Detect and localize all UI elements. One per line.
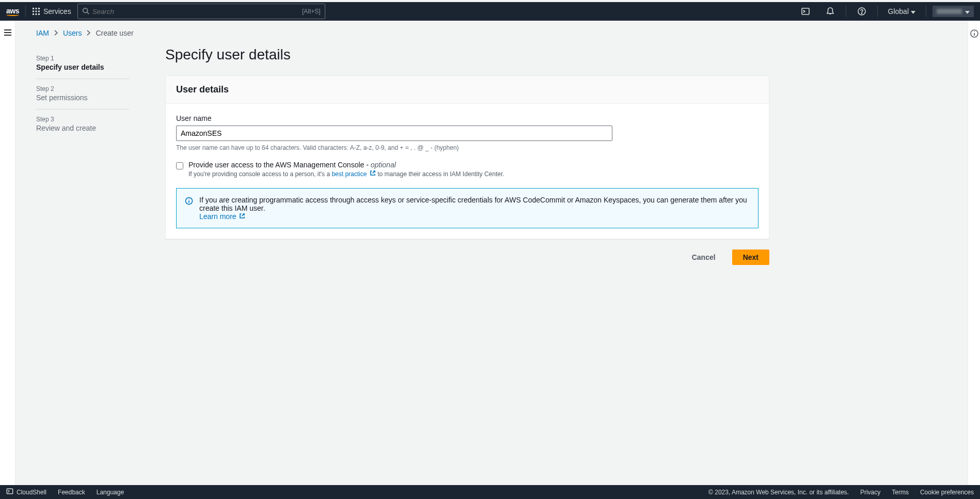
- wizard-actions: Cancel Next: [165, 250, 769, 265]
- best-practice-link[interactable]: best practice: [331, 170, 367, 178]
- divider: [877, 6, 878, 17]
- cloudshell-icon: [6, 488, 13, 496]
- top-nav: aws Services [Alt+S] Global: [0, 0, 980, 21]
- cookie-preferences-link[interactable]: Cookie preferences: [920, 489, 974, 496]
- svg-rect-23: [7, 489, 12, 494]
- caret-down-icon: [911, 7, 915, 15]
- divider: [846, 6, 846, 17]
- svg-point-13: [861, 13, 862, 13]
- step-1[interactable]: Step 1 Specify user details: [36, 49, 129, 79]
- external-link-icon: [370, 170, 376, 178]
- wizard-steps: Step 1 Specify user details Step 2 Set p…: [36, 45, 129, 265]
- divider: [25, 6, 26, 17]
- svg-rect-4: [35, 11, 37, 12]
- username-input[interactable]: [176, 126, 612, 141]
- search-icon: [82, 7, 89, 16]
- account-menu[interactable]: [932, 6, 974, 17]
- notifications-button[interactable]: [821, 2, 840, 21]
- step-label: Step 2: [36, 85, 129, 92]
- console-access-description: If you're providing console access to a …: [188, 170, 504, 178]
- svg-rect-6: [33, 13, 34, 15]
- step-2[interactable]: Step 2 Set permissions: [36, 79, 129, 110]
- svg-rect-0: [33, 8, 34, 9]
- svg-rect-1: [35, 8, 37, 9]
- info-text: If you are creating programmatic access …: [199, 196, 747, 212]
- cancel-button[interactable]: Cancel: [682, 250, 726, 265]
- caret-down-icon: [965, 7, 970, 15]
- services-label: Services: [43, 7, 71, 15]
- svg-rect-3: [33, 11, 34, 12]
- terms-link[interactable]: Terms: [892, 489, 909, 496]
- breadcrumb: IAM Users Create user: [36, 21, 947, 45]
- main-area: IAM Users Create user Step 1 Specify use…: [15, 21, 968, 485]
- step-label: Step 1: [36, 55, 129, 62]
- step-3[interactable]: Step 3 Review and create: [36, 110, 129, 139]
- console-access-checkbox[interactable]: [176, 162, 183, 169]
- external-link-icon: [239, 212, 245, 221]
- footer: CloudShell Feedback Language © 2023, Ama…: [0, 485, 980, 499]
- step-title: Specify user details: [36, 63, 129, 71]
- panel-header: User details: [166, 76, 769, 104]
- cloudshell-icon-button[interactable]: [796, 2, 815, 21]
- menu-toggle[interactable]: [4, 29, 12, 38]
- svg-rect-5: [38, 11, 40, 12]
- cloudshell-link[interactable]: CloudShell: [6, 488, 46, 496]
- region-selector[interactable]: Global: [884, 7, 920, 15]
- svg-point-19: [188, 199, 189, 200]
- divider: [926, 6, 926, 17]
- user-details-panel: User details User name The user name can…: [165, 75, 769, 239]
- page-title: Specify user details: [165, 45, 769, 63]
- services-menu[interactable]: Services: [32, 7, 71, 15]
- right-rail: [968, 21, 980, 485]
- breadcrumb-current: Create user: [96, 29, 133, 37]
- copyright: © 2023, Amazon Web Services, Inc. or its…: [708, 489, 849, 496]
- account-name: [937, 9, 962, 14]
- svg-rect-2: [38, 8, 40, 9]
- console-access-label: Provide user access to the AWS Managemen…: [188, 161, 504, 169]
- help-button[interactable]: [852, 2, 871, 21]
- privacy-link[interactable]: Privacy: [860, 489, 880, 496]
- search-input[interactable]: [92, 8, 302, 15]
- step-label: Step 3: [36, 116, 129, 123]
- svg-line-10: [87, 12, 89, 14]
- username-label: User name: [176, 114, 758, 122]
- language-link[interactable]: Language: [97, 489, 124, 496]
- info-box: If you are creating programmatic access …: [176, 188, 758, 228]
- panel-title: User details: [176, 84, 758, 95]
- learn-more-link[interactable]: Learn more: [199, 212, 236, 221]
- step-title: Set permissions: [36, 93, 129, 102]
- search-box[interactable]: [Alt+S]: [77, 4, 325, 19]
- svg-point-22: [974, 31, 975, 32]
- chevron-right-icon: [87, 29, 90, 37]
- svg-point-9: [83, 8, 87, 12]
- next-button[interactable]: Next: [732, 250, 769, 265]
- svg-rect-7: [35, 13, 37, 15]
- svg-rect-8: [38, 13, 40, 15]
- breadcrumb-users[interactable]: Users: [63, 29, 82, 37]
- aws-logo[interactable]: aws: [6, 7, 19, 16]
- chevron-right-icon: [54, 29, 58, 37]
- info-icon: [185, 197, 193, 221]
- grid-icon: [32, 7, 40, 15]
- left-rail: [0, 21, 15, 485]
- breadcrumb-iam[interactable]: IAM: [36, 29, 49, 37]
- step-title: Review and create: [36, 124, 129, 132]
- region-label: Global: [888, 7, 909, 15]
- info-panel-toggle[interactable]: [970, 29, 979, 40]
- search-shortcut: [Alt+S]: [302, 8, 321, 15]
- svg-rect-11: [802, 8, 809, 14]
- feedback-link[interactable]: Feedback: [58, 489, 85, 496]
- username-helper: The user name can have up to 64 characte…: [176, 144, 758, 151]
